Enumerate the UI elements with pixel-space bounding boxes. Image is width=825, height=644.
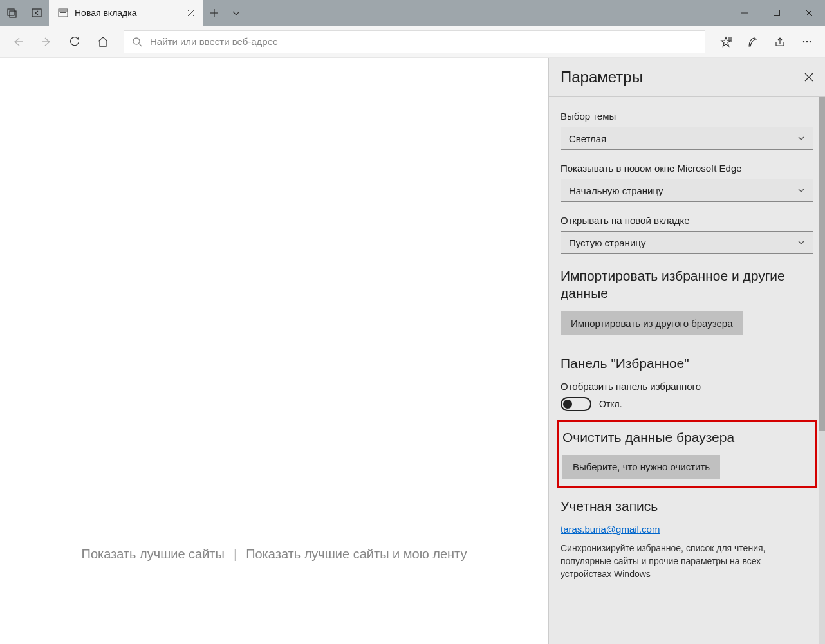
tab-close-button[interactable] bbox=[187, 10, 194, 17]
theme-select-value: Светлая bbox=[569, 133, 606, 144]
tab-page-icon bbox=[58, 8, 68, 17]
settings-panel: Параметры Выбор темы Светлая Показывать … bbox=[548, 58, 825, 644]
new-tab-select-value: Пустую страницу bbox=[569, 237, 645, 248]
chevron-down-icon bbox=[797, 187, 805, 194]
fav-toggle[interactable] bbox=[561, 397, 591, 411]
svg-rect-0 bbox=[8, 9, 14, 15]
account-heading: Учетная запись bbox=[561, 497, 813, 515]
forward-button[interactable] bbox=[33, 29, 59, 55]
import-button[interactable]: Импортировать из другого браузера bbox=[561, 311, 743, 335]
address-input[interactable] bbox=[150, 36, 697, 47]
tabs-aside-button[interactable] bbox=[0, 0, 24, 26]
tab-chevron-button[interactable] bbox=[225, 0, 247, 26]
svg-rect-2 bbox=[32, 9, 41, 17]
new-window-label: Показывать в новом окне Microsoft Edge bbox=[561, 163, 813, 174]
toolbar bbox=[0, 26, 825, 58]
fav-toggle-state: Откл. bbox=[599, 399, 622, 409]
new-tab-label: Открывать на новой вкладке bbox=[561, 215, 813, 226]
svg-rect-1 bbox=[10, 11, 16, 17]
tab-title: Новая вкладка bbox=[75, 8, 137, 18]
notes-button[interactable] bbox=[740, 29, 766, 55]
home-button[interactable] bbox=[90, 29, 116, 55]
account-email-link[interactable]: taras.buria@gmail.com bbox=[561, 524, 660, 535]
back-button[interactable] bbox=[5, 29, 31, 55]
feed-links: Показать лучшие сайты | Показать лучшие … bbox=[82, 547, 467, 562]
fav-toggle-label: Отобразить панель избранного bbox=[561, 381, 813, 392]
highlight-annotation: Очистить данные браузера Выберите, что н… bbox=[557, 420, 817, 488]
settings-title: Параметры bbox=[561, 68, 643, 86]
clear-data-heading: Очистить данные браузера bbox=[562, 428, 811, 446]
clear-data-button[interactable]: Выберите, что нужно очистить bbox=[562, 455, 720, 479]
import-heading: Импортировать избранное и другие данные bbox=[561, 267, 813, 302]
window-maximize-button[interactable] bbox=[761, 0, 793, 26]
settings-close-button[interactable] bbox=[804, 73, 813, 82]
show-top-sites-link[interactable]: Показать лучшие сайты bbox=[82, 547, 225, 562]
titlebar: Новая вкладка bbox=[0, 0, 825, 26]
search-icon bbox=[132, 37, 142, 47]
new-tab-select[interactable]: Пустую страницу bbox=[561, 231, 813, 254]
browser-tab[interactable]: Новая вкладка bbox=[49, 0, 203, 26]
settings-header: Параметры bbox=[549, 58, 825, 97]
refresh-button[interactable] bbox=[62, 29, 88, 55]
new-window-select-value: Начальную страницу bbox=[569, 185, 663, 196]
new-window-select[interactable]: Начальную страницу bbox=[561, 179, 813, 202]
share-button[interactable] bbox=[767, 29, 793, 55]
theme-label: Выбор темы bbox=[561, 111, 813, 122]
svg-point-23 bbox=[810, 41, 811, 42]
set-aside-tabs-button[interactable] bbox=[24, 0, 49, 26]
svg-point-21 bbox=[803, 41, 804, 42]
window-minimize-button[interactable] bbox=[728, 0, 761, 26]
svg-point-16 bbox=[133, 38, 140, 44]
svg-rect-13 bbox=[774, 10, 780, 16]
favorites-button[interactable] bbox=[713, 29, 739, 55]
address-bar[interactable] bbox=[124, 30, 705, 53]
settings-body: Выбор темы Светлая Показывать в новом ок… bbox=[549, 97, 825, 644]
favorites-panel-heading: Панель "Избранное" bbox=[561, 354, 813, 372]
new-tab-page: Показать лучшие сайты | Показать лучшие … bbox=[0, 58, 548, 644]
svg-line-17 bbox=[139, 44, 142, 46]
more-button[interactable] bbox=[794, 29, 820, 55]
chevron-down-icon bbox=[797, 239, 805, 246]
chevron-down-icon bbox=[797, 134, 805, 142]
window-close-button[interactable] bbox=[793, 0, 825, 26]
new-tab-button[interactable] bbox=[203, 0, 225, 26]
separator: | bbox=[234, 547, 237, 562]
svg-point-22 bbox=[806, 41, 808, 42]
account-description: Синхронизируйте избранное, список для чт… bbox=[561, 542, 813, 580]
show-top-sites-feed-link[interactable]: Показать лучшие сайты и мою ленту bbox=[246, 547, 467, 562]
theme-select[interactable]: Светлая bbox=[561, 127, 813, 150]
scrollbar-thumb[interactable] bbox=[819, 97, 825, 431]
